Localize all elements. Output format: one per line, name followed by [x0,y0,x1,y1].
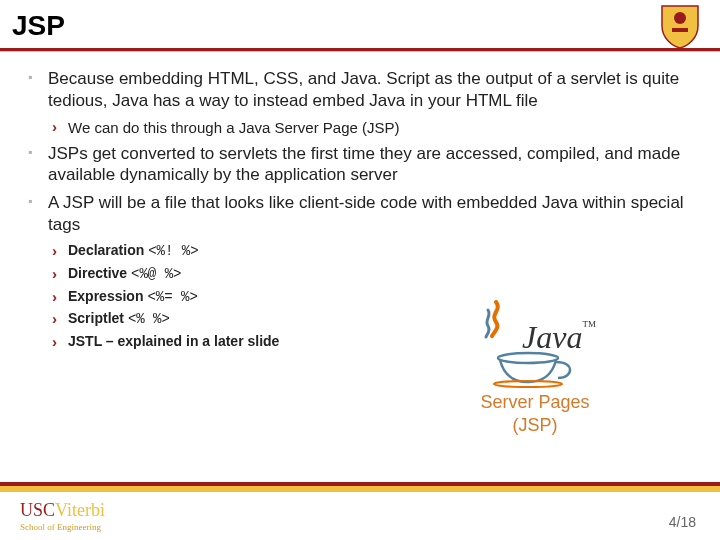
tag-code: <%@ %> [131,266,181,282]
svg-point-1 [498,353,558,363]
java-subtitle-2: (JSP) [440,415,630,436]
viterbi-text: Viterbi [55,500,105,520]
usc-text: USCViterbi [20,500,105,521]
tag-name: Declaration [68,242,144,258]
page-title: JSP [12,10,700,42]
footer-bar-gold [0,486,720,492]
bullet-text: We can do this through a Java Server Pag… [68,119,400,136]
list-item: Because embedding HTML, CSS, and Java. S… [28,68,692,137]
tag-code: <%! %> [148,243,198,259]
tag-code: <% %> [128,311,170,327]
svg-point-0 [674,12,686,24]
bullet-text: A JSP will be a file that looks like cli… [48,193,684,234]
slide-header: JSP [0,0,720,46]
list-item: Declaration <%! %> [48,242,692,261]
svg-point-2 [494,381,562,387]
bullet-text: Because embedding HTML, CSS, and Java. S… [48,69,679,110]
bullet-text: JSPs get converted to servlets the first… [48,144,680,185]
trademark: TM [582,319,596,329]
list-item: Directive <%@ %> [48,265,692,284]
tag-name: Scriptlet [68,310,124,326]
school-text: School of Engineering [20,522,105,532]
list-item: JSPs get converted to servlets the first… [28,143,692,187]
tag-code: <%= %> [147,289,197,305]
page-number: 4/18 [669,514,696,530]
tag-name: Expression [68,288,143,304]
java-subtitle-1: Server Pages [440,392,630,413]
tag-name: Directive [68,265,127,281]
coffee-cup-icon [490,350,580,390]
usc-viterbi-logo: USCViterbi School of Engineering [20,500,105,532]
java-logo-top: JavaTM [440,300,630,356]
java-jsp-logo: JavaTM Server Pages (JSP) [440,300,630,436]
coffee-steam-icon [474,300,518,356]
sub-list: We can do this through a Java Server Pag… [48,118,692,137]
usc-shield-icon [660,4,700,50]
bullet-text: JSTL – explained in a later slide [68,333,279,349]
list-item: We can do this through a Java Server Pag… [48,118,692,137]
